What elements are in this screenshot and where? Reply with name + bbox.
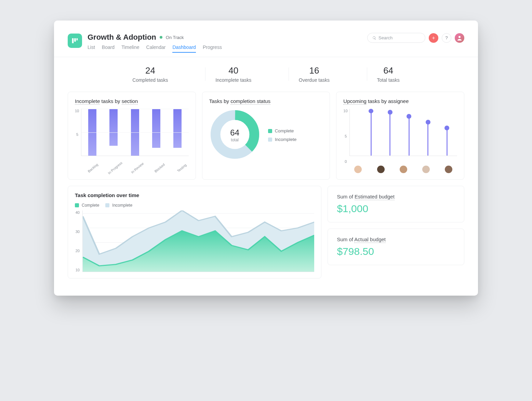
search-placeholder: Search <box>378 35 393 40</box>
tabs: List Board Timeline Calendar Dashboard P… <box>88 44 222 53</box>
search-icon <box>372 36 376 40</box>
card-title: Incomplete tasks by section <box>75 98 189 104</box>
card-task-completion-over-time: Task completion over time Complete Incom… <box>68 186 321 279</box>
card-value: $1,000 <box>337 203 455 215</box>
area-svg-wrap <box>82 210 314 272</box>
help-button[interactable]: ? <box>442 33 451 43</box>
budget-field-link[interactable]: Estimated budget <box>355 194 395 200</box>
title-block: Growth & Adoption On Track List Board Ti… <box>88 33 222 53</box>
donut-legend: Complete Incomplete <box>268 128 297 142</box>
title-group-link[interactable]: section <box>122 98 138 105</box>
area-chart: 40 30 20 10 <box>75 210 314 272</box>
assignee-avatar[interactable] <box>422 166 430 173</box>
bar-chart: 10 5 <box>75 109 189 164</box>
lollipop-chart: 10 5 0 <box>343 109 457 164</box>
svg-rect-1 <box>74 38 76 42</box>
budget-field-link[interactable]: Actual budget <box>354 236 386 243</box>
header: Growth & Adoption On Track List Board Ti… <box>68 33 464 53</box>
assignee-avatar[interactable] <box>377 166 385 173</box>
svg-rect-2 <box>77 38 78 40</box>
project-title: Growth & Adoption <box>88 33 156 42</box>
assignee-avatars <box>349 166 457 173</box>
status-label: On Track <box>166 35 184 40</box>
title-filter-link[interactable]: Incomplete <box>75 98 100 105</box>
search-input-wrap[interactable]: Search <box>367 33 425 43</box>
lollipop-area <box>349 109 457 156</box>
stat-value: 24 <box>132 65 168 76</box>
stat-incomplete: 40 Incomplete tasks <box>205 65 262 83</box>
card-title: Upcoming tasks by assignee <box>343 98 457 104</box>
donut-center-label: total <box>230 138 239 142</box>
title-group-link[interactable]: completion status <box>230 98 270 105</box>
card-title: Tasks by completion status <box>209 98 323 104</box>
donut-center-value: 64 <box>230 128 239 138</box>
assignee-avatar[interactable] <box>445 166 452 173</box>
add-button[interactable] <box>429 33 438 43</box>
header-left: Growth & Adoption On Track List Board Ti… <box>68 33 222 53</box>
stat-value: 40 <box>215 65 251 76</box>
tab-list[interactable]: List <box>88 44 95 53</box>
status-dot-icon <box>160 36 162 39</box>
stat-total: 64 Total tasks <box>367 65 410 83</box>
header-right: Search ? <box>367 33 464 43</box>
title-filter-link[interactable]: Upcoming <box>343 98 367 105</box>
legend-item-complete: Complete <box>75 203 99 208</box>
stat-label: Total tasks <box>377 77 400 83</box>
area-legend: Complete Incomplete <box>75 203 314 208</box>
budget-cards: Sum of Estimated budget $1,000 Sum of Ac… <box>328 186 464 279</box>
tab-calendar[interactable]: Calendar <box>146 44 166 53</box>
cards-row-top: Incomplete tasks by section 10 5 Backlog… <box>68 92 464 180</box>
stats-row: 24 Completed tasks 40 Incomplete tasks 1… <box>109 65 423 83</box>
stat-overdue: 16 Overdue tasks <box>289 65 340 83</box>
svg-point-3 <box>458 36 461 38</box>
legend-item-complete: Complete <box>268 128 297 133</box>
tab-dashboard[interactable]: Dashboard <box>172 44 196 53</box>
project-icon[interactable] <box>68 34 82 48</box>
stat-value: 64 <box>377 65 400 76</box>
stat-value: 16 <box>299 65 330 76</box>
person-icon <box>456 35 463 41</box>
y-axis: 10 5 0 <box>343 109 349 164</box>
stat-label: Completed tasks <box>132 77 168 83</box>
y-axis: 10 5 <box>75 109 81 164</box>
assignee-avatar[interactable] <box>400 166 407 173</box>
card-title: Task completion over time <box>75 192 314 198</box>
card-incomplete-by-section: Incomplete tasks by section 10 5 Backlog… <box>68 92 196 180</box>
stat-completed: 24 Completed tasks <box>122 65 178 83</box>
card-value: $798.50 <box>337 246 455 257</box>
legend-item-incomplete: Incomplete <box>268 137 297 142</box>
svg-rect-0 <box>72 38 74 43</box>
stat-label: Incomplete tasks <box>215 77 251 83</box>
bars-area <box>81 109 189 156</box>
card-actual-budget: Sum of Actual budget $798.50 <box>328 229 464 265</box>
tab-board[interactable]: Board <box>102 44 115 53</box>
donut-chart: 64 total Complete Incomplete <box>209 109 323 161</box>
tab-progress[interactable]: Progress <box>203 44 222 53</box>
tab-timeline[interactable]: Timeline <box>121 44 139 53</box>
card-label: Sum of Estimated budget <box>337 194 455 199</box>
legend-item-incomplete: Incomplete <box>105 203 132 208</box>
user-avatar[interactable] <box>455 33 464 43</box>
plus-icon <box>431 36 436 40</box>
x-axis-labels: BacklogIn ProgressIn ReviewBlockedTestin… <box>81 165 189 171</box>
app-window: Growth & Adoption On Track List Board Ti… <box>54 21 478 296</box>
y-axis: 40 30 20 10 <box>75 210 82 272</box>
card-upcoming-by-assignee: Upcoming tasks by assignee 10 5 0 <box>336 92 464 180</box>
card-label: Sum of Actual budget <box>337 236 455 242</box>
stat-label: Overdue tasks <box>299 77 330 83</box>
assignee-avatar[interactable] <box>354 166 362 173</box>
card-estimated-budget: Sum of Estimated budget $1,000 <box>328 186 464 222</box>
cards-row-bottom: Task completion over time Complete Incom… <box>68 186 464 279</box>
card-completion-status: Tasks by completion status 64 total Comp… <box>202 92 330 180</box>
header-divider <box>54 57 478 57</box>
